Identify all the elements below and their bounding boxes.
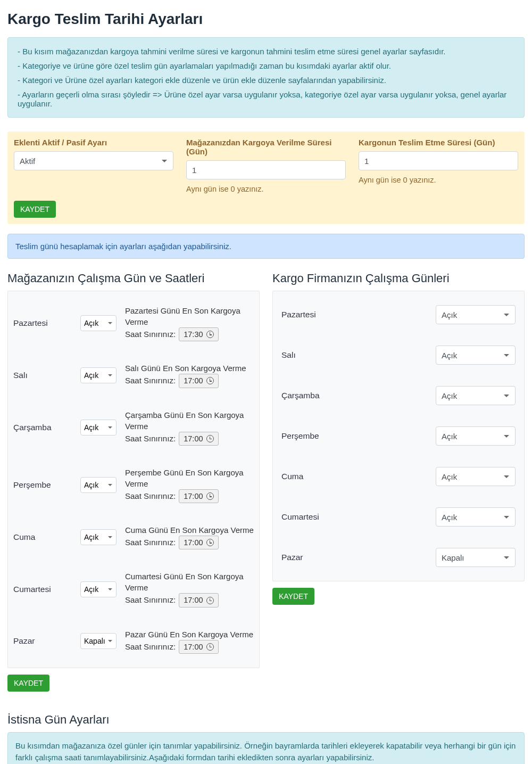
day-label: Çarşamba [13, 423, 72, 432]
carrier-day-row: ÇarşambaAçık [278, 375, 519, 416]
clock-icon [206, 435, 214, 442]
page-title: Kargo Teslim Tarihi Ayarları [7, 11, 525, 28]
store-hours-block: PazartesiAçıkPazartesi Günü En Son Kargo… [7, 291, 260, 668]
carrier-day-label: Cuma [281, 472, 303, 481]
exceptions-info: Bu kısımdan mağazanıza özel günler için … [7, 732, 525, 764]
day-cutoff-text: Cuma Günü En Son Kargoya VermeSaat Sınır… [125, 524, 254, 549]
carrier-day-status-select[interactable]: Açık [436, 305, 516, 324]
clock-icon [206, 377, 214, 384]
day-status-select[interactable]: Açık [80, 420, 117, 436]
save-store-hours-button[interactable]: KAYDET [7, 675, 49, 692]
day-label: Pazartesi [13, 318, 72, 328]
info-item: Bu kısım mağazanızdan kargoya tahmini ve… [18, 44, 517, 59]
general-settings-block: Eklenti Aktif / Pasif Ayarı Aktif Mağaza… [7, 132, 525, 224]
info-item: Kategori ve Ürüne özel ayarları kategori… [18, 73, 517, 87]
day-label: Cuma [13, 532, 72, 542]
plugin-status-label: Eklenti Aktif / Pasif Ayarı [14, 138, 173, 147]
carrier-day-row: CumartesiAçık [278, 497, 519, 537]
plugin-status-select[interactable]: Aktif [14, 151, 173, 170]
save-general-button[interactable]: KAYDET [14, 201, 56, 218]
day-time-input[interactable]: 17:00 [179, 640, 218, 654]
day-cutoff-text: Çarşamba Günü En Son Kargoya VermeSaat S… [125, 409, 254, 446]
carrier-day-row: PerşembeAçık [278, 416, 519, 456]
day-status-select[interactable]: Açık [80, 367, 117, 383]
day-label: Salı [13, 371, 72, 380]
store-day-row: CumaAçıkCuma Günü En Son Kargoya VermeSa… [13, 514, 254, 560]
day-cutoff-text: Pazartesi Günü En Son Kargoya VermeSaat … [125, 305, 254, 341]
clock-icon [206, 492, 214, 500]
day-cutoff-text: Cumartesi Günü En Son Kargoya VermeSaat … [125, 571, 254, 607]
day-cutoff-text: Perşembe Günü En Son Kargoya VermeSaat S… [125, 467, 254, 503]
save-carrier-days-button[interactable]: KAYDET [272, 588, 314, 605]
clock-icon [206, 331, 214, 338]
carrier-day-status-select[interactable]: Kapalı [436, 548, 516, 567]
carrier-day-status-select[interactable]: Açık [436, 507, 516, 527]
carrier-day-status-select[interactable]: Açık [436, 386, 516, 405]
day-time-input[interactable]: 17:00 [179, 489, 218, 503]
delivery-days-hint: Aynı gün ise 0 yazınız. [359, 176, 518, 184]
carrier-day-label: Salı [281, 350, 296, 360]
store-day-row: ÇarşambaAçıkÇarşamba Günü En Son Kargoya… [13, 399, 254, 456]
ship-days-hint: Aynı gün ise 0 yazınız. [186, 185, 346, 193]
day-status-select[interactable]: Açık [80, 315, 117, 331]
store-day-row: SalıAçıkSalı Günü En Son Kargoya VermeSa… [13, 352, 254, 398]
day-status-select[interactable]: Açık [80, 477, 117, 493]
sub-info: Teslim günü hesaplamak için ayarları aşa… [7, 234, 525, 259]
day-cutoff-text: Salı Günü En Son Kargoya VermeSaat Sınır… [125, 363, 254, 388]
store-day-row: PazarKapalıPazar Günü En Son Kargoya Ver… [13, 618, 254, 664]
day-label: Pazar [13, 636, 72, 646]
clock-icon [206, 539, 214, 546]
day-time-input[interactable]: 17:00 [179, 536, 218, 549]
day-status-select[interactable]: Açık [80, 581, 117, 597]
carrier-day-label: Pazar [281, 553, 303, 562]
info-panel: Bu kısım mağazanızdan kargoya tahmini ve… [7, 37, 525, 118]
carrier-day-label: Cumartesi [281, 512, 319, 522]
carrier-day-row: PazarKapalı [278, 537, 519, 578]
delivery-days-label: Kargonun Teslim Etme Süresi (Gün) [359, 138, 518, 147]
carrier-day-label: Pazartesi [281, 310, 316, 319]
exceptions-title: İstisna Gün Ayarları [7, 713, 525, 727]
carrier-day-status-select[interactable]: Açık [436, 346, 516, 365]
day-label: Cumartesi [13, 585, 72, 594]
delivery-days-input[interactable] [359, 151, 518, 170]
store-day-row: PerşembeAçıkPerşembe Günü En Son Kargoya… [13, 456, 254, 514]
carrier-day-status-select[interactable]: Açık [436, 467, 516, 486]
store-day-row: PazartesiAçıkPazartesi Günü En Son Kargo… [13, 294, 254, 352]
store-hours-title: Mağazanızın Çalışma Gün ve Saatleri [7, 272, 260, 285]
day-time-input[interactable]: 17:00 [179, 593, 218, 607]
day-status-select[interactable]: Kapalı [80, 633, 117, 649]
carrier-day-row: CumaAçık [278, 456, 519, 497]
info-item: Kategoriye ve ürüne göre özel teslim gün… [18, 59, 517, 73]
carrier-day-label: Perşembe [281, 431, 319, 441]
ship-days-input[interactable] [186, 160, 346, 179]
ship-days-label: Mağazanızdan Kargoya Verilme Süresi (Gün… [186, 138, 346, 156]
day-time-input[interactable]: 17:00 [179, 432, 218, 446]
info-item: Ayarların geçerli olma sırası şöyledir =… [18, 87, 517, 111]
clock-icon [206, 597, 214, 604]
day-time-input[interactable]: 17:30 [179, 327, 218, 341]
carrier-day-status-select[interactable]: Açık [436, 426, 516, 446]
store-day-row: CumartesiAçıkCumartesi Günü En Son Kargo… [13, 560, 254, 618]
day-label: Perşembe [13, 480, 72, 490]
carrier-day-row: PazartesiAçık [278, 294, 519, 335]
carrier-day-label: Çarşamba [281, 391, 320, 400]
day-status-select[interactable]: Açık [80, 529, 117, 545]
clock-icon [206, 643, 214, 651]
carrier-days-title: Kargo Firmanızın Çalışma Günleri [272, 272, 525, 285]
carrier-days-block: PazartesiAçıkSalıAçıkÇarşambaAçıkPerşemb… [272, 291, 525, 581]
day-cutoff-text: Pazar Günü En Son Kargoya VermeSaat Sını… [125, 629, 254, 654]
carrier-day-row: SalıAçık [278, 335, 519, 375]
day-time-input[interactable]: 17:00 [179, 374, 218, 388]
